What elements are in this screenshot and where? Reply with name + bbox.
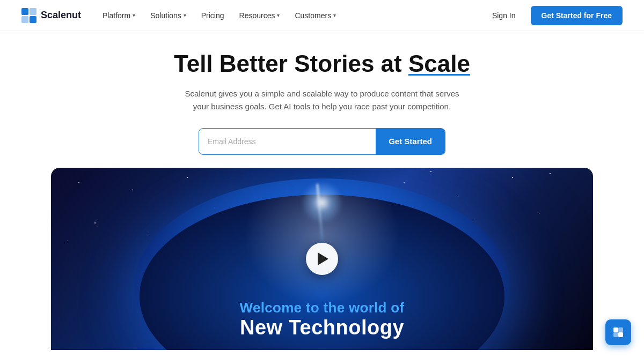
hero-title: Tell Better Stories at Scale xyxy=(174,50,470,78)
logo[interactable]: Scalenut xyxy=(21,8,81,23)
solutions-chevron-icon: ▾ xyxy=(184,12,186,18)
nav-pricing[interactable]: Pricing xyxy=(195,8,231,23)
nav-resources[interactable]: Resources ▾ xyxy=(233,8,287,23)
resources-chevron-icon: ▾ xyxy=(277,12,280,18)
email-form: Get Started xyxy=(199,128,445,155)
nav-right: Sign In Get Started for Free xyxy=(486,6,623,25)
svg-rect-1 xyxy=(30,8,36,15)
brand-name: Scalenut xyxy=(41,10,81,21)
video-text-line2: New Technology xyxy=(51,316,593,339)
svg-rect-2 xyxy=(21,16,28,23)
svg-rect-3 xyxy=(30,16,36,23)
play-triangle-icon xyxy=(318,252,328,265)
svg-rect-6 xyxy=(613,332,618,337)
nav-platform[interactable]: Platform ▾ xyxy=(96,8,142,23)
nav-menu: Platform ▾ Solutions ▾ Pricing Resources… xyxy=(96,8,342,23)
hero-subtitle: Scalenut gives you a simple and scalable… xyxy=(177,87,467,113)
hero-section: Tell Better Stories at Scale Scalenut gi… xyxy=(0,31,644,168)
get-started-form-button[interactable]: Get Started xyxy=(376,129,445,154)
nav-left: Scalenut Platform ▾ Solutions ▾ Pricing … xyxy=(21,8,342,23)
nav-customers[interactable]: Customers ▾ xyxy=(288,8,342,23)
logo-icon xyxy=(21,8,36,23)
platform-chevron-icon: ▾ xyxy=(133,12,135,18)
email-input[interactable] xyxy=(199,129,376,154)
light-burst xyxy=(301,181,343,224)
hero-title-highlight: Scale xyxy=(408,50,470,77)
video-section: Welcome to the world of New Technology xyxy=(51,168,593,350)
svg-rect-0 xyxy=(21,8,28,15)
chat-button[interactable] xyxy=(605,319,631,345)
navbar: Scalenut Platform ▾ Solutions ▾ Pricing … xyxy=(0,0,644,31)
get-started-nav-button[interactable]: Get Started for Free xyxy=(531,6,623,25)
nav-solutions[interactable]: Solutions ▾ xyxy=(144,8,193,23)
sign-in-button[interactable]: Sign In xyxy=(486,8,522,23)
play-button[interactable] xyxy=(306,243,338,275)
video-overlay-text: Welcome to the world of New Technology xyxy=(51,300,593,339)
video-text-line1: Welcome to the world of xyxy=(51,300,593,316)
svg-rect-4 xyxy=(613,327,618,332)
customers-chevron-icon: ▾ xyxy=(333,12,336,18)
svg-rect-5 xyxy=(618,327,623,332)
chat-icon xyxy=(612,326,624,338)
svg-rect-7 xyxy=(618,332,623,337)
